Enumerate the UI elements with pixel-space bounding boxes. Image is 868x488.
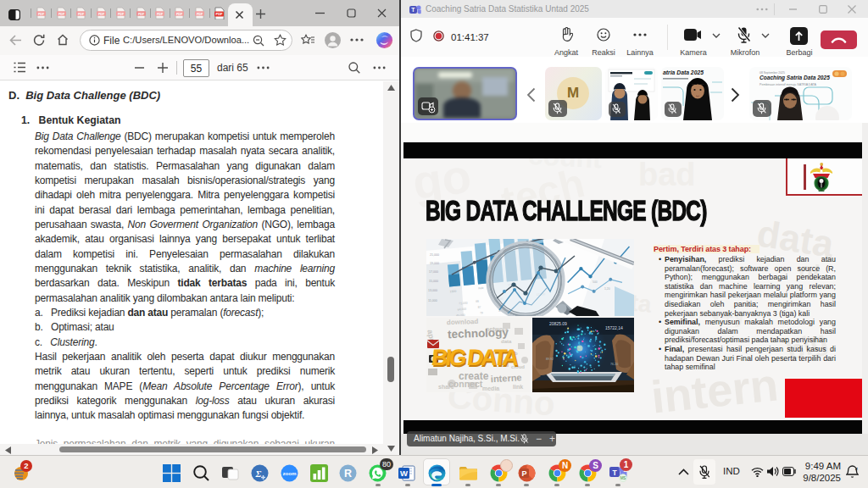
- svg-text:64,000: 64,000: [458, 308, 467, 312]
- svg-text:98: 98: [476, 300, 479, 303]
- svg-text:PDF: PDF: [118, 13, 125, 16]
- svg-text:71,000: 71,000: [459, 302, 468, 306]
- svg-text:interne: interne: [491, 372, 522, 384]
- svg-text:connect: connect: [448, 379, 483, 389]
- svg-text:21,000: 21,000: [430, 253, 439, 257]
- svg-text:PDF: PDF: [58, 13, 64, 16]
- svg-text:MS: MS: [620, 476, 626, 480]
- svg-text:PDF: PDF: [97, 13, 104, 16]
- svg-text:W: W: [400, 469, 408, 478]
- svg-text:z: z: [855, 466, 858, 471]
- svg-text:link: link: [513, 384, 523, 390]
- svg-text:PDF: PDF: [137, 13, 144, 16]
- svg-text:R: R: [344, 468, 352, 480]
- svg-text:20825.09: 20825.09: [549, 321, 567, 326]
- svg-text:PDF: PDF: [176, 13, 183, 16]
- svg-text:PDF: PDF: [157, 13, 164, 16]
- svg-text:11,000: 11,000: [428, 299, 437, 302]
- svg-text:atria Data 2025: atria Data 2025: [663, 69, 704, 75]
- svg-text:15722,14: 15722,14: [605, 325, 623, 330]
- svg-text:76.20: 76.20: [610, 363, 618, 366]
- svg-text:P: P: [521, 469, 526, 478]
- svg-text:zoom: zoom: [282, 470, 297, 476]
- svg-text:Pembinaan intensif menuju SATR: Pembinaan intensif menuju SATRIA DATA: [760, 83, 817, 86]
- svg-text:19,000: 19,000: [430, 262, 439, 265]
- svg-text:17,000: 17,000: [429, 270, 438, 274]
- svg-text:1,20: 1,20: [604, 287, 610, 291]
- svg-text:PDF: PDF: [196, 13, 203, 16]
- svg-text:Feb: Feb: [478, 286, 483, 291]
- svg-text:87: 87: [478, 306, 481, 309]
- svg-text:media: media: [482, 385, 499, 391]
- svg-text:500: 500: [593, 280, 598, 284]
- svg-text:T: T: [612, 469, 617, 477]
- svg-text:Coaching Satria Data 2025: Coaching Satria Data 2025: [760, 75, 830, 81]
- svg-text:PDF: PDF: [216, 12, 224, 16]
- svg-text:79: 79: [480, 311, 483, 314]
- svg-text:45,000: 45,000: [456, 313, 465, 316]
- svg-text:T: T: [411, 7, 415, 13]
- svg-text:download: download: [447, 318, 479, 326]
- svg-text:15,000: 15,000: [429, 280, 438, 283]
- svg-text:PDF: PDF: [38, 13, 45, 16]
- svg-text:1500: 1500: [450, 290, 457, 294]
- svg-text:PDF: PDF: [78, 13, 85, 16]
- svg-text:BIG DATA: BIG DATA: [430, 344, 520, 370]
- svg-text:Σ: Σ: [255, 469, 262, 479]
- svg-text:13,000: 13,000: [428, 289, 437, 292]
- svg-text:technology: technology: [448, 326, 509, 341]
- svg-text:89.92: 89.92: [546, 358, 554, 361]
